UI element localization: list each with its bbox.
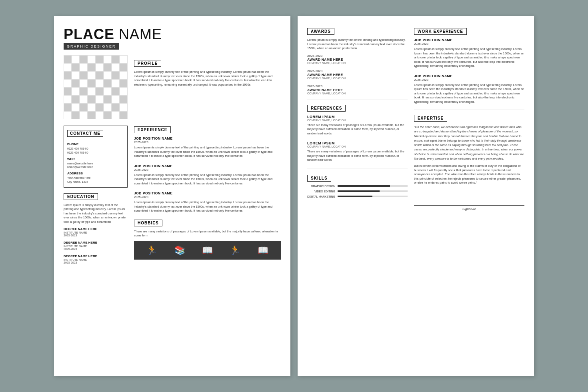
job-2-text: Lorem Ipsum is simply dummy text of the …	[134, 173, 281, 186]
work-job-2-text: Lorem Ipsum is simply dummy text of the …	[414, 83, 524, 104]
hobbies-label: HOBBIES	[134, 220, 162, 226]
degree-2: DEGREE NAME HERE INSTITUTE NAME 2025-202…	[64, 241, 128, 250]
header-name: PLACE NAME	[64, 27, 281, 42]
right-col-left: AWARDS Lorem Ipsum is simply dummy text …	[307, 27, 408, 211]
right-page: AWARDS Lorem Ipsum is simply dummy text …	[298, 16, 534, 376]
award-2-year: 2025-2023	[307, 69, 408, 73]
degree-3-year: 2025-2023	[64, 261, 128, 264]
hobby-icon-4: 🏃	[230, 245, 240, 256]
skill-3: DIGITAL MARKETING	[307, 195, 408, 198]
award-1-name: AWARD NAME HERE	[307, 58, 408, 62]
skills-label: SKILLS	[307, 175, 331, 182]
left-sidebar: CONTACT ME PHONE 0123 456 789 00 0123 45…	[64, 126, 128, 268]
skill-1-bar-fill	[338, 185, 390, 187]
awards-intro: Lorem Ipsum is simply dummy text of the …	[307, 38, 408, 51]
degree-3-name: DEGREE NAME HERE	[64, 254, 128, 258]
degree-2-name: DEGREE NAME HERE	[64, 241, 128, 244]
degree-1-year: 2025-2023	[64, 234, 128, 237]
education-label: EDUCATION	[64, 193, 98, 200]
job-2-title: JOB POSITION NAME	[134, 164, 281, 168]
job-1: JOB POSITION NAME 2025-2023 Lorem Ipsum …	[134, 136, 281, 158]
award-3: 2025-2023 AWARD NAME HERE COMPANY NAME, …	[307, 84, 408, 95]
ref-1-name: LOREM IPSUM	[307, 115, 408, 119]
awards-label: AWARDS	[307, 28, 334, 35]
signature-block: Signature	[414, 205, 524, 211]
work-job-2-title: JOB POSITION NAME	[414, 74, 524, 78]
skill-2-bar-bg	[338, 190, 408, 192]
ref-1-text: There are many variations of passages of…	[307, 123, 408, 136]
web-value-2: name@website here	[67, 165, 124, 169]
work-experience-label: WORK EXPERIENCE	[414, 28, 467, 35]
skill-2: VIDEO EDITING	[307, 190, 408, 193]
job-1-year: 2025-2023	[134, 140, 281, 144]
expertise-quote: "On the other hand, we denounce with rig…	[414, 125, 524, 161]
photo-placeholder	[64, 55, 128, 119]
left-main: EXPERIENCE JOB POSITION NAME 2025-2023 L…	[134, 126, 281, 268]
header-subtitle: GRAPHIC DESIGNER	[64, 43, 119, 50]
name-bold: PLACE	[64, 26, 114, 42]
degree-1-institute: INSTITUTE NAME	[64, 231, 128, 234]
ref-2: LOREM IPSUM COMPANY NAME, LOCATION There…	[307, 141, 408, 162]
ref-2-name: LOREM IPSUM	[307, 141, 408, 145]
work-job-1-title: JOB POSITION NAME	[414, 38, 524, 42]
phone-value-1: 0123 456 789 00	[67, 147, 124, 151]
degree-3-institute: INSTITUTE NAME	[64, 258, 128, 261]
job-1-text: Lorem Ipsum is simply dummy text of the …	[134, 146, 281, 158]
contact-label-box: CONTACT ME	[67, 130, 103, 137]
award-2-name: AWARD NAME HERE	[307, 73, 408, 77]
work-job-2: JOB POSITION NAME 2025-2023 Lorem Ipsum …	[414, 74, 524, 104]
web-value-1: name@website here	[67, 162, 124, 166]
left-page: PLACE NAME GRAPHIC DESIGNER PROFILE Lore…	[54, 16, 290, 376]
ref-1-company: COMPANY NAME, LOCATION	[307, 119, 408, 122]
degree-2-institute: INSTITUTE NAME	[64, 245, 128, 248]
job-2-year: 2025-2023	[134, 168, 281, 172]
right-col-right: WORK EXPERIENCE JOB POSITION NAME 2025-2…	[414, 27, 524, 211]
education-section: EDUCATION Lorem Ipsum is simply dummy te…	[64, 192, 128, 264]
award-3-name: AWARD NAME HERE	[307, 88, 408, 92]
address-value-1: Your Address Here	[67, 176, 124, 180]
degree-3: DEGREE NAME HERE INSTITUTE NAME 2025-202…	[64, 254, 128, 264]
job-3-title: JOB POSITION NAME	[134, 191, 281, 195]
award-3-company: COMPANY NAME, LOCATION	[307, 92, 408, 95]
experience-label: EXPERIENCE	[134, 126, 171, 133]
degree-1: DEGREE NAME HERE INSTITUTE NAME 2025-202…	[64, 227, 128, 237]
work-job-2-year: 2025-2023	[414, 78, 524, 82]
work-job-1: JOB POSITION NAME 2025-2023 Lorem Ipsum …	[414, 38, 524, 68]
skill-2-bar-fill	[338, 190, 380, 192]
skills-section: SKILLS GRAPHIC DESIGN VIDEO EDITING	[307, 174, 408, 198]
skill-2-label: VIDEO EDITING	[307, 190, 335, 193]
phone-value-2: 0123 456 789 00	[67, 151, 124, 155]
skill-3-label: DIGITAL MARKETING	[307, 195, 335, 198]
award-2: 2025-2023 AWARD NAME HERE COMPANY NAME, …	[307, 69, 408, 80]
work-job-1-year: 2025-2023	[414, 42, 524, 46]
award-1-year: 2025-2023	[307, 54, 408, 58]
hobbies-icons: 🏃 📚 📖 🏃 📖	[134, 241, 281, 260]
award-2-company: COMPANY NAME, LOCATION	[307, 77, 408, 80]
hobby-icon-3: 📖	[202, 245, 213, 256]
education-intro: Lorem Ipsum is simply dummy text of the …	[64, 203, 128, 224]
hobby-icon-5: 📖	[258, 245, 268, 256]
ref-2-company: COMPANY NAME, LOCATION	[307, 145, 408, 148]
work-job-1-text: Lorem Ipsum is simply dummy text of the …	[414, 47, 524, 68]
job-2: JOB POSITION NAME 2025-2023 Lorem Ipsum …	[134, 164, 281, 186]
hobbies-text: There are many variations of passages of…	[134, 230, 281, 238]
profile-section: PROFILE Lorem Ipsum is simply dummy text…	[134, 55, 281, 119]
job-3-year: 2025-2023	[134, 195, 281, 199]
expertise-label: EXPERTISE	[414, 115, 447, 122]
profile-text: Lorem Ipsum is simply dummy text of the …	[134, 70, 281, 87]
signature-text: Signature	[414, 207, 524, 211]
hobby-icon-1: 🏃	[146, 245, 157, 256]
references-label: REFERENCES	[307, 105, 346, 112]
left-bottom-area: CONTACT ME PHONE 0123 456 789 00 0123 45…	[64, 126, 281, 268]
left-top-area: PROFILE Lorem Ipsum is simply dummy text…	[64, 55, 281, 119]
award-1: 2025-2023 AWARD NAME HERE COMPANY NAME, …	[307, 54, 408, 64]
job-1-title: JOB POSITION NAME	[134, 136, 281, 140]
header: PLACE NAME GRAPHIC DESIGNER	[64, 27, 281, 50]
degree-2-year: 2025-2023	[64, 248, 128, 250]
degree-1-name: DEGREE NAME HERE	[64, 227, 128, 231]
hobby-icon-2: 📚	[174, 245, 185, 256]
award-3-year: 2025-2023	[307, 84, 408, 88]
skill-1-label: GRAPHIC DESIGN	[307, 185, 335, 188]
phone-label: PHONE	[67, 142, 124, 146]
skill-1-bar-bg	[338, 185, 408, 187]
